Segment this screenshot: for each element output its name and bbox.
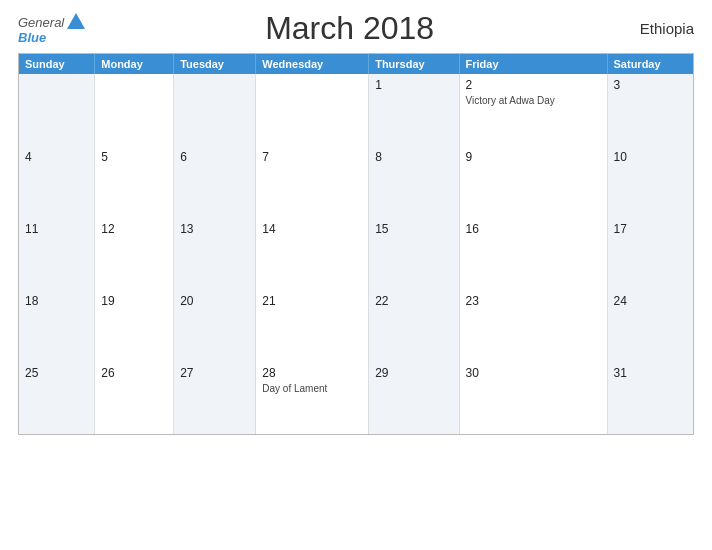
calendar-cell: 26 [95,362,174,434]
calendar-week-1: 45678910 [19,146,693,218]
day-number: 13 [180,222,249,236]
day-number: 2 [466,78,601,92]
day-number: 23 [466,294,601,308]
day-number: 12 [101,222,167,236]
day-number: 26 [101,366,167,380]
calendar-cell: 2Victory at Adwa Day [460,74,608,146]
header-wednesday: Wednesday [256,54,369,74]
day-number: 6 [180,150,249,164]
calendar-week-2: 11121314151617 [19,218,693,290]
day-number: 27 [180,366,249,380]
calendar-cell: 6 [174,146,256,218]
calendar-cell: 28Day of Lament [256,362,369,434]
calendar-header-row: Sunday Monday Tuesday Wednesday Thursday… [19,54,693,74]
calendar-cell: 11 [19,218,95,290]
calendar-cell: 20 [174,290,256,362]
day-number: 17 [614,222,687,236]
calendar-page: General Blue March 2018 Ethiopia Sunday … [0,0,712,550]
day-number: 22 [375,294,452,308]
header-saturday: Saturday [608,54,693,74]
day-number: 28 [262,366,362,380]
day-number: 1 [375,78,452,92]
calendar-cell: 21 [256,290,369,362]
calendar-cell: 24 [608,290,693,362]
header-friday: Friday [460,54,608,74]
calendar-cell: 3 [608,74,693,146]
day-number: 9 [466,150,601,164]
calendar-cell [174,74,256,146]
calendar-cell: 12 [95,218,174,290]
calendar-cell: 13 [174,218,256,290]
calendar-cell: 27 [174,362,256,434]
calendar-cell: 17 [608,218,693,290]
logo-general-text: General [18,16,64,29]
day-number: 10 [614,150,687,164]
calendar-week-3: 18192021222324 [19,290,693,362]
day-number: 21 [262,294,362,308]
header-monday: Monday [95,54,174,74]
day-number: 15 [375,222,452,236]
logo-blue-text: Blue [18,31,46,44]
calendar-body: 12Victory at Adwa Day3456789101112131415… [19,74,693,434]
calendar-cell: 30 [460,362,608,434]
day-number: 4 [25,150,88,164]
header-thursday: Thursday [369,54,459,74]
calendar-title: March 2018 [85,10,614,47]
calendar-week-4: 25262728Day of Lament293031 [19,362,693,434]
calendar-cell: 25 [19,362,95,434]
day-number: 11 [25,222,88,236]
calendar-cell: 23 [460,290,608,362]
calendar-table: Sunday Monday Tuesday Wednesday Thursday… [18,53,694,435]
day-number: 25 [25,366,88,380]
calendar-week-0: 12Victory at Adwa Day3 [19,74,693,146]
day-number: 18 [25,294,88,308]
calendar-cell: 18 [19,290,95,362]
day-event: Victory at Adwa Day [466,94,601,107]
header: General Blue March 2018 Ethiopia [18,10,694,47]
calendar-cell [95,74,174,146]
day-number: 8 [375,150,452,164]
calendar-cell [19,74,95,146]
calendar-cell: 8 [369,146,459,218]
day-number: 24 [614,294,687,308]
calendar-cell: 5 [95,146,174,218]
calendar-cell: 14 [256,218,369,290]
day-number: 31 [614,366,687,380]
calendar-cell: 10 [608,146,693,218]
calendar-cell: 22 [369,290,459,362]
calendar-cell [256,74,369,146]
calendar-cell: 19 [95,290,174,362]
header-tuesday: Tuesday [174,54,256,74]
country-label: Ethiopia [614,20,694,37]
logo: General Blue [18,13,85,44]
day-number: 5 [101,150,167,164]
day-number: 14 [262,222,362,236]
day-number: 29 [375,366,452,380]
logo-triangle-icon [67,13,85,29]
day-event: Day of Lament [262,382,362,395]
day-number: 30 [466,366,601,380]
calendar-cell: 31 [608,362,693,434]
calendar-cell: 7 [256,146,369,218]
calendar-cell: 29 [369,362,459,434]
calendar-cell: 9 [460,146,608,218]
day-number: 20 [180,294,249,308]
day-number: 19 [101,294,167,308]
header-sunday: Sunday [19,54,95,74]
calendar-cell: 15 [369,218,459,290]
day-number: 16 [466,222,601,236]
calendar-cell: 1 [369,74,459,146]
calendar-cell: 4 [19,146,95,218]
calendar-cell: 16 [460,218,608,290]
day-number: 7 [262,150,362,164]
day-number: 3 [614,78,687,92]
